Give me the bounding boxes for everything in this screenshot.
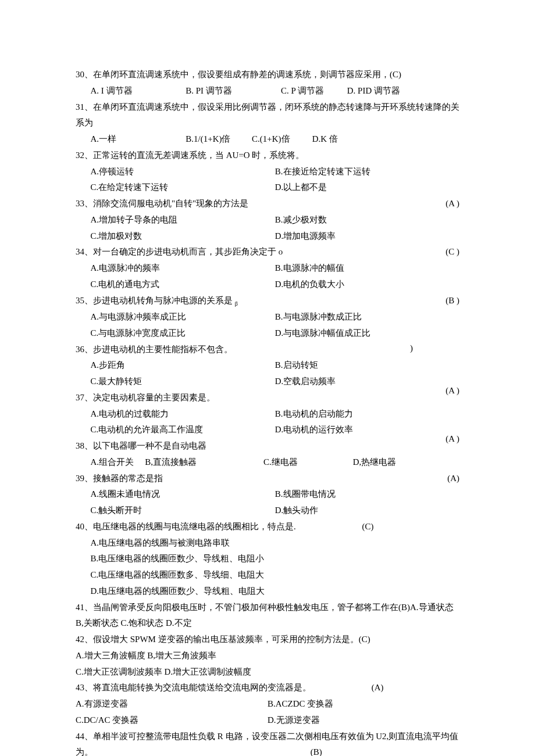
question-37: (A ) 37、决定电动机容量的主要因素是。 A.电动机的过载能力 B.电动机的… [76, 390, 459, 438]
q31-stem: 31、在单闭环直流调速系统中，假设采用比例调节器，闭环系统的静态转速降与开环系统… [76, 99, 459, 132]
q35-stem: 35、步进电动机转角与脉冲电源的关系是 β [76, 293, 459, 310]
question-40: 40、电压继电器的线圈与电流继电器的线圈相比，特点是. (C) A.电压继电器的… [76, 519, 459, 600]
q36-stem: 36、步进电动机的主要性能指标不包含。 [76, 342, 459, 358]
question-38: (A ) 38、以下电器哪一种不是自动电器 A.组合开关 B,直流接触器 C.继… [76, 438, 459, 471]
q37-opt-d: D.电动机的运行效率 [275, 422, 459, 438]
q40-stem: 40、电压继电器的线圈与电流继电器的线圈相比，特点是. [76, 522, 296, 531]
q40-answer: (C) [362, 519, 374, 535]
q33-opt-b: B.减少极对数 [275, 212, 459, 228]
q44-answer: (B) [311, 744, 322, 756]
q36-opt-d: D.空载启动频率 [275, 374, 459, 390]
q37-answer: (A ) [445, 383, 459, 399]
q34-opt-a: A.电源脉冲的频率 [91, 260, 275, 277]
q43-options: A.有源逆变器 B.ACZDC 变换器 C.DC/AC 变换器 D.无源逆变器 [76, 696, 459, 729]
q44-stem-row: 44、单相半波可控整流带电阻性负载 R 电路，设变压器二次侧相电压有效值为 U2… [76, 729, 459, 757]
q35-opt-a: A.与电源脉冲频率成正比 [91, 309, 275, 325]
q36-opt-c: C.最大静转矩 [91, 374, 275, 390]
question-41: 41、当晶闸管承受反向阳极电压时，不管门极加何种极性触发电压，管子都将工作在(B… [76, 600, 459, 632]
question-30: 30、在单闭环直流调速系统中，假设要组成有静差的调速系统，则调节器应采用，(C)… [76, 67, 459, 99]
q35-opt-b: B.与电源脉冲数成正比 [275, 309, 459, 325]
q43-opt-d: D.无源逆变器 [268, 712, 459, 729]
question-42: 42、假设增大 SPWM 逆变器的输出电压基波频率，可采用的控制方法是。(C) … [76, 632, 459, 680]
q36-opt-a: A.步距角 [91, 357, 275, 374]
q39-opt-d: D.触头动作 [275, 503, 459, 519]
q30-opt-d: D. PID 调节器 [347, 83, 400, 99]
q42-opts-cd: C.增大正弦调制波频率 D.增大正弦调制波幅度 [76, 664, 459, 680]
q41-stem: 41、当晶闸管承受反向阳极电压时，不管门极加何种极性触发电压，管子都将工作在(B… [76, 600, 459, 632]
q35-opt-d: D.与电源脉冲幅值成正比 [275, 325, 459, 342]
q35-stem-text: 35、步进电动机转角与脉冲电源的关系是 [76, 296, 235, 305]
q37-opt-b: B.电动机的启动能力 [275, 406, 459, 422]
q37-stem: 37、决定电动机容量的主要因素是。 [76, 390, 459, 406]
q40-opt-b: B.电压继电器的线圈匝数少、导线粗、电阻小 [91, 551, 460, 567]
q33-opt-c: C.增加极对数 [91, 228, 275, 245]
q43-opt-c: C.DC/AC 变换器 [76, 712, 268, 729]
q34-options: A.电源脉冲的频率 B.电源脉冲的幅值 C.电机的通电方式 D.电机的负载大小 [76, 260, 459, 293]
question-43: 43、将直流电能转换为交流电能馈送给交流电网的变流器是。 (A) A.有源逆变器… [76, 680, 459, 728]
q34-stem: 34、对一台确定的步进电动机而言，其步距角决定于 o [76, 244, 459, 260]
q38-opt-b: B,直流接触器 [145, 454, 261, 471]
q43-stem: 43、将直流电能转换为交流电能馈送给交流电网的变流器是。 [76, 683, 311, 692]
q34-opt-c: C.电机的通电方式 [91, 277, 275, 293]
q37-options: A.电动机的过载能力 B.电动机的启动能力 C.电动机的允许最高工作温度 D.电… [76, 406, 459, 439]
q32-opt-b: B.在接近给定转速下运转 [275, 164, 459, 180]
q37-opt-a: A.电动机的过载能力 [91, 406, 275, 422]
q40-stem-row: 40、电压继电器的线圈与电流继电器的线圈相比，特点是. (C) [76, 519, 459, 535]
q39-opt-a: A.线圈未通电情况 [91, 486, 275, 503]
question-31: 31、在单闭环直流调速系统中，假设采用比例调节器，闭环系统的静态转速降与开环系统… [76, 99, 459, 148]
q39-opt-c: C.触头断开时 [91, 503, 275, 519]
question-33: 33、消除交流伺服电动机"自转"现象的方法是 (A ) A.增加转子导条的电阻 … [76, 196, 459, 244]
q39-options: A.线圈未通电情况 B.线圈带电情况 C.触头断开时 D.触头动作 [76, 486, 459, 519]
q40-options: A.电压继电器的线圈与被测电路串联 B.电压继电器的线圈匝数少、导线粗、电阻小 … [76, 535, 459, 600]
q32-stem: 32、正常运转的直流无差调速系统，当 AU=O 时，系统将。 [76, 148, 459, 164]
q38-opt-a: A.组合开关 [91, 454, 143, 471]
q33-options: A.增加转子导条的电阻 B.减少极对数 C.增加极对数 D.增加电源频率 [76, 212, 459, 245]
q40-opt-a: A.电压继电器的线圈与被测电路串联 [91, 535, 460, 551]
q42-stem: 42、假设增大 SPWM 逆变器的输出电压基波频率，可采用的控制方法是。(C) [76, 632, 459, 648]
q42-opts-ab: A.增大三角波幅度 B,增大三角波频率 [76, 648, 459, 664]
q32-opt-d: D.以上都不是 [275, 180, 459, 196]
q38-answer: (A ) [445, 431, 459, 447]
question-36: 36、步进电动机的主要性能指标不包含。 ) A.步距角 B.启动转矩 C.最大静… [76, 342, 459, 390]
question-44: 44、单相半波可控整流带电阻性负载 R 电路，设变压器二次侧相电压有效值为 U2… [76, 729, 459, 757]
q36-opt-b: B.启动转矩 [275, 357, 459, 374]
q34-opt-b: B.电源脉冲的幅值 [275, 260, 459, 277]
q43-stem-row: 43、将直流电能转换为交流电能馈送给交流电网的变流器是。 (A) [76, 680, 459, 696]
q31-opt-c: C.(1+K)倍 [252, 131, 310, 148]
question-32: 32、正常运转的直流无差调速系统，当 AU=O 时，系统将。 A.停顿运转 B.… [76, 148, 459, 196]
q30-opt-b: B. PI 调节器 [186, 83, 279, 99]
q32-opt-c: C.在给定转速下运转 [91, 180, 275, 196]
q39-opt-b: B.线圈带电情况 [275, 486, 459, 503]
q37-opt-c: C.电动机的允许最高工作温度 [91, 422, 275, 438]
q33-answer: (A ) [445, 196, 459, 212]
q38-stem: 38、以下电器哪一种不是自动电器 [76, 438, 459, 454]
q35-answer: (B ) [445, 293, 459, 309]
q43-opt-a: A.有源逆变器 [76, 696, 268, 712]
q43-opt-b: B.ACZDC 变换器 [268, 696, 459, 712]
q31-options: A.一样 B.1/(1+K)倍 C.(1+K)倍 D.K 倍 [76, 131, 459, 148]
q39-stem: 39、接触器的常态是指 [76, 471, 459, 487]
q30-stem: 30、在单闭环直流调速系统中，假设要组成有静差的调速系统，则调节器应采用，(C) [76, 67, 459, 83]
q36-options: A.步距角 B.启动转矩 C.最大静转矩 D.空载启动频率 [76, 357, 459, 390]
q38-opt-d: D,热继电器 [353, 454, 397, 471]
question-34: 34、对一台确定的步进电动机而言，其步距角决定于 o (C ) A.电源脉冲的频… [76, 244, 459, 292]
q39-answer: (A) [447, 471, 459, 487]
q30-opt-c: C. P 调节器 [281, 83, 345, 99]
q35-opt-c: C.与电源脉冲宽度成正比 [91, 325, 275, 342]
q33-opt-a: A.增加转子导条的电阻 [91, 212, 275, 228]
q33-stem: 33、消除交流伺服电动机"自转"现象的方法是 [76, 196, 459, 212]
q38-options: A.组合开关 B,直流接触器 C.继电器 D,热继电器 [76, 454, 459, 471]
q44-stem: 44、单相半波可控整流带电阻性负载 R 电路，设变压器二次侧相电压有效值为 U2… [76, 732, 458, 757]
q32-opt-a: A.停顿运转 [91, 164, 275, 180]
q35-options: A.与电源脉冲频率成正比 B.与电源脉冲数成正比 C.与电源脉冲宽度成正比 D.… [76, 309, 459, 342]
q30-opt-a: A. I 调节器 [91, 83, 184, 99]
q34-answer: (C ) [445, 244, 459, 260]
q40-opt-c: C.电压继电器的线圈匝数多、导线细、电阻大 [91, 567, 460, 583]
q40-opt-d: D.电压继电器的线圈匝数少、导线粗、电阻大 [91, 583, 460, 600]
q43-answer: (A) [372, 680, 384, 696]
q30-options: A. I 调节器 B. PI 调节器 C. P 调节器 D. PID 调节器 [76, 83, 459, 99]
q38-opt-c: C.继电器 [263, 454, 351, 471]
q33-opt-d: D.增加电源频率 [275, 228, 459, 245]
q32-options: A.停顿运转 B.在接近给定转速下运转 C.在给定转速下运转 D.以上都不是 [76, 164, 459, 196]
question-35: 35、步进电动机转角与脉冲电源的关系是 β (B ) A.与电源脉冲频率成正比 … [76, 293, 459, 342]
